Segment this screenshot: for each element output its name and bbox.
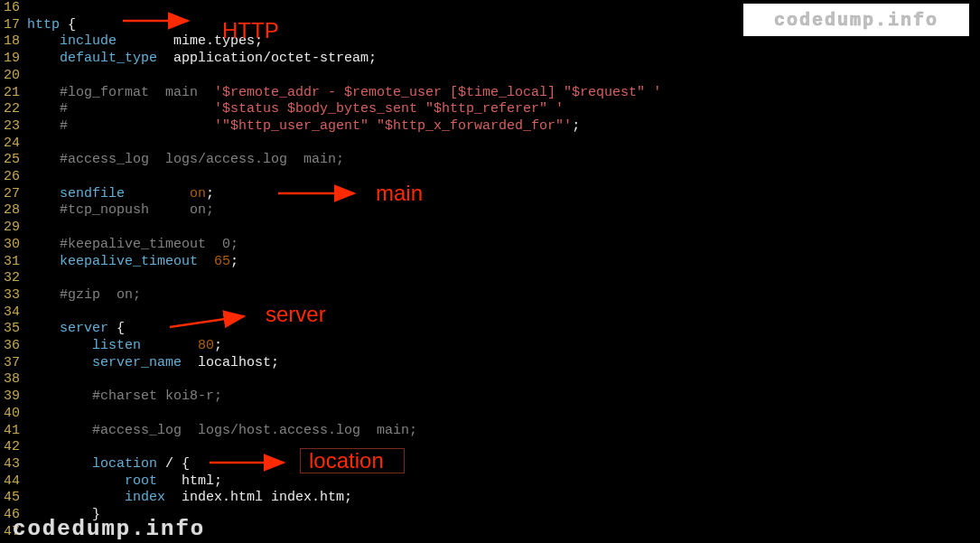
watermark-top: codedump.info — [743, 4, 969, 36]
line-number: 43 — [0, 456, 27, 473]
line-number: 26 — [0, 169, 27, 186]
line-number: 38 — [0, 371, 27, 389]
line-number: 35 — [0, 321, 27, 338]
watermark-bottom: codedump.info — [13, 517, 205, 541]
line-code: #tcp_nopush on; — [27, 202, 214, 220]
code-line: 20 — [0, 68, 661, 85]
line-code: listen 80; — [27, 338, 222, 355]
line-number: 34 — [0, 304, 27, 322]
code-line: 22 # '$status $body_bytes_sent "$http_re… — [0, 101, 661, 118]
line-code: keepalive_timeout 65; — [27, 254, 238, 271]
code-line: 43 location / { — [0, 456, 661, 473]
code-line: 37 server_name localhost; — [0, 355, 661, 372]
line-code: http { — [27, 17, 76, 34]
line-code: include mime.types; — [27, 33, 263, 51]
code-line: 23 # '"$http_user_agent" "$http_x_forwar… — [0, 118, 661, 136]
line-code: server { — [27, 321, 125, 338]
code-line: 29 — [0, 220, 661, 237]
line-code: default_type application/octet-stream; — [27, 51, 377, 68]
code-line: 18 include mime.types; — [0, 33, 661, 51]
code-line: 40 — [0, 406, 661, 423]
line-code: #log_format main '$remote_addr - $remote… — [27, 85, 661, 102]
code-line: 27 sendfile on; — [0, 186, 661, 203]
code-line: 16 — [0, 0, 661, 17]
line-code: server_name localhost; — [27, 355, 279, 372]
code-line: 24 — [0, 136, 661, 153]
code-line: 42 — [0, 439, 661, 456]
line-number: 42 — [0, 439, 27, 456]
line-number: 39 — [0, 389, 27, 406]
code-line: 31 keepalive_timeout 65; — [0, 254, 661, 271]
line-number: 31 — [0, 254, 27, 271]
code-line: 26 — [0, 169, 661, 186]
line-number: 23 — [0, 118, 27, 136]
line-number: 28 — [0, 202, 27, 220]
line-code: #gzip on; — [27, 287, 141, 304]
line-code: location / { — [27, 456, 190, 473]
line-number: 37 — [0, 355, 27, 372]
line-number: 16 — [0, 0, 27, 17]
line-code: # '$status $body_bytes_sent "$http_refer… — [27, 101, 564, 118]
line-number: 22 — [0, 101, 27, 118]
code-line: 44 root html; — [0, 473, 661, 491]
code-line: 35 server { — [0, 321, 661, 338]
line-number: 45 — [0, 490, 27, 507]
line-number: 24 — [0, 136, 27, 153]
line-number: 17 — [0, 17, 27, 34]
line-code: root html; — [27, 473, 222, 491]
line-number: 20 — [0, 68, 27, 85]
line-number: 29 — [0, 220, 27, 237]
line-number: 32 — [0, 270, 27, 287]
code-line: 17http { — [0, 17, 661, 34]
code-line: 28 #tcp_nopush on; — [0, 202, 661, 220]
code-line: 30 #keepalive_timeout 0; — [0, 237, 661, 254]
code-line: 19 default_type application/octet-stream… — [0, 51, 661, 68]
line-number: 40 — [0, 406, 27, 423]
line-code: #access_log logs/host.access.log main; — [27, 423, 417, 440]
line-code: #keepalive_timeout 0; — [27, 237, 238, 254]
line-number: 30 — [0, 237, 27, 254]
line-number: 19 — [0, 51, 27, 68]
line-number: 25 — [0, 152, 27, 169]
code-line: 38 — [0, 371, 661, 389]
line-number: 33 — [0, 287, 27, 304]
code-line: 25 #access_log logs/access.log main; — [0, 152, 661, 169]
line-number: 21 — [0, 85, 27, 102]
code-line: 21 #log_format main '$remote_addr - $rem… — [0, 85, 661, 102]
line-code: #charset koi8-r; — [27, 389, 222, 406]
line-code: index index.html index.htm; — [27, 490, 352, 507]
line-number: 44 — [0, 473, 27, 491]
line-code: sendfile on; — [27, 186, 214, 203]
line-code: #access_log logs/access.log main; — [27, 152, 344, 169]
line-number: 27 — [0, 186, 27, 203]
code-line: 32 — [0, 270, 661, 287]
code-line: 39 #charset koi8-r; — [0, 389, 661, 406]
code-line: 34 — [0, 304, 661, 322]
code-line: 33 #gzip on; — [0, 287, 661, 304]
line-number: 41 — [0, 423, 27, 440]
code-line: 45 index index.html index.htm; — [0, 490, 661, 507]
code-editor: 1617http {18 include mime.types;19 defau… — [0, 0, 661, 541]
code-line: 41 #access_log logs/host.access.log main… — [0, 423, 661, 440]
line-code: # '"$http_user_agent" "$http_x_forwarded… — [27, 118, 580, 136]
code-line: 36 listen 80; — [0, 338, 661, 355]
line-number: 36 — [0, 338, 27, 355]
line-number: 18 — [0, 33, 27, 51]
